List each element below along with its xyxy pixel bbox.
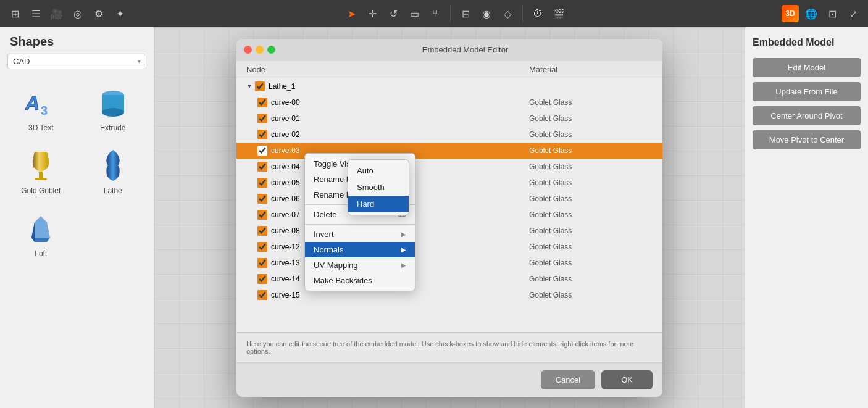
row-checkbox-11[interactable] bbox=[257, 274, 267, 284]
modal-hint: Here you can edit the scene tree of the … bbox=[236, 332, 662, 362]
table-row[interactable]: curve-00 Goblet Glass bbox=[236, 94, 662, 110]
table-row[interactable]: curve-12 Goblet Glass bbox=[236, 239, 662, 255]
row-checkbox-8[interactable] bbox=[257, 226, 267, 236]
shape-item-lathe[interactable]: Lathe bbox=[77, 139, 149, 202]
root-checkbox[interactable] bbox=[255, 81, 265, 91]
3d-cube-icon[interactable]: 3D bbox=[782, 5, 799, 22]
tree-toggle-root[interactable]: ▼ bbox=[246, 83, 254, 90]
node-name-2: curve-02 bbox=[271, 130, 529, 139]
table-row[interactable]: curve-05 Goblet Glass bbox=[236, 175, 662, 191]
sun-icon[interactable]: ✦ bbox=[111, 5, 128, 22]
film-icon[interactable]: 🎬 bbox=[550, 5, 567, 22]
window-maximize-button[interactable] bbox=[267, 46, 275, 54]
ctx-invert[interactable]: Invert ▶ bbox=[305, 227, 415, 242]
material-12: Goblet Glass bbox=[529, 291, 653, 299]
screen-icon[interactable]: ▭ bbox=[406, 5, 423, 22]
table-row[interactable]: curve-15 Goblet Glass bbox=[236, 287, 662, 303]
menu-icon[interactable]: ☰ bbox=[27, 5, 44, 22]
loft-icon bbox=[22, 210, 59, 247]
canvas-area[interactable]: Embedded Model Editor Node Material ▼ La… bbox=[154, 27, 745, 408]
table-row-selected[interactable]: curve-03 Goblet Glass bbox=[236, 143, 662, 159]
table-icon[interactable]: ⊟ bbox=[457, 5, 474, 22]
row-checkbox-10[interactable] bbox=[257, 258, 267, 268]
cursor-icon[interactable]: ➤ bbox=[343, 5, 360, 22]
edit-model-button[interactable]: Edit Model bbox=[753, 58, 861, 77]
submenu-smooth[interactable]: Smooth bbox=[348, 179, 409, 196]
shape-item-goldgoblet[interactable]: Gold Goblet bbox=[5, 139, 77, 202]
table-row[interactable]: curve-07 Goblet Glass bbox=[236, 207, 662, 223]
shape-label-3dtext: 3D Text bbox=[28, 123, 53, 132]
table-row[interactable]: curve-01 Goblet Glass bbox=[236, 110, 662, 127]
toolbar-right: 3D 🌐 ⊡ ⤢ bbox=[782, 5, 862, 22]
row-checkbox-6[interactable] bbox=[257, 194, 267, 204]
ctx-make-backsides[interactable]: Make Backsides bbox=[305, 273, 415, 288]
dropdown-value: CAD bbox=[13, 57, 30, 66]
shape-item-loft[interactable]: Loft bbox=[5, 202, 77, 265]
table-row[interactable]: curve-06 Goblet Glass bbox=[236, 191, 662, 207]
row-checkbox-3[interactable] bbox=[257, 146, 267, 156]
shape-item-3dtext[interactable]: A 3 3D Text bbox=[5, 77, 77, 139]
table-row[interactable]: curve-14 Goblet Glass bbox=[236, 271, 662, 287]
cancel-button[interactable]: Cancel bbox=[541, 370, 595, 389]
svg-point-4 bbox=[102, 108, 124, 117]
gear-icon[interactable]: ⚙ bbox=[90, 5, 107, 22]
node-name-0: curve-00 bbox=[271, 98, 529, 107]
update-from-file-button[interactable]: Update From File bbox=[753, 82, 861, 101]
row-checkbox-7[interactable] bbox=[257, 210, 267, 220]
ok-button[interactable]: OK bbox=[601, 370, 653, 389]
ctx-label-uv: UV Mapping bbox=[314, 260, 358, 270]
compass-icon[interactable]: ◉ bbox=[478, 5, 495, 22]
tree-row-root[interactable]: ▼ Lathe_1 bbox=[236, 78, 662, 94]
material-9: Goblet Glass bbox=[529, 243, 653, 251]
ctx-arrow-normals: ▶ bbox=[401, 246, 406, 253]
row-checkbox-0[interactable] bbox=[257, 98, 267, 107]
window-close-button[interactable] bbox=[244, 46, 252, 54]
target-icon[interactable]: ◎ bbox=[69, 5, 86, 22]
node-name-1: curve-01 bbox=[271, 114, 529, 123]
move-pivot-to-center-button[interactable]: Move Pivot to Center bbox=[753, 130, 861, 149]
ctx-label-backsides: Make Backsides bbox=[314, 276, 372, 285]
table-row[interactable]: curve-04 Goblet Glass bbox=[236, 159, 662, 175]
row-checkbox-12[interactable] bbox=[257, 290, 267, 300]
material-5: Goblet Glass bbox=[529, 178, 653, 187]
shape-item-extrude[interactable]: Extrude bbox=[77, 77, 149, 139]
window-minimize-button[interactable] bbox=[256, 46, 264, 54]
move-icon[interactable]: ✛ bbox=[364, 5, 381, 22]
modal-footer: Cancel OK bbox=[236, 362, 662, 397]
center-around-pivot-button[interactable]: Center Around Pivot bbox=[753, 106, 861, 125]
table-scroll[interactable]: ▼ Lathe_1 curve-00 Goblet Glass bbox=[236, 78, 662, 332]
material-8: Goblet Glass bbox=[529, 227, 653, 235]
column-material: Material bbox=[529, 65, 653, 74]
branch-icon[interactable]: ⑂ bbox=[427, 5, 444, 22]
svg-text:A: A bbox=[25, 92, 40, 114]
toolbar-separator-2 bbox=[522, 5, 523, 22]
globe-icon[interactable]: 🌐 bbox=[803, 5, 820, 22]
diamond-icon[interactable]: ◇ bbox=[499, 5, 516, 22]
window-buttons bbox=[244, 46, 275, 54]
row-checkbox-9[interactable] bbox=[257, 242, 267, 252]
expand-icon[interactable]: ⤢ bbox=[845, 5, 862, 22]
material-1: Goblet Glass bbox=[529, 114, 653, 123]
table-row[interactable]: curve-02 Goblet Glass bbox=[236, 127, 662, 143]
row-checkbox-5[interactable] bbox=[257, 178, 267, 188]
ctx-normals[interactable]: Normals ▶ bbox=[305, 242, 415, 257]
submenu-hard[interactable]: Hard bbox=[348, 196, 409, 212]
modal-title: Embedded Model Editor bbox=[275, 45, 655, 54]
table-header: Node Material bbox=[236, 61, 662, 78]
shape-label-extrude: Extrude bbox=[100, 123, 125, 132]
refresh-icon[interactable]: ↺ bbox=[385, 5, 402, 22]
window-icon[interactable]: ⊡ bbox=[824, 5, 841, 22]
camera-icon[interactable]: 🎥 bbox=[48, 5, 65, 22]
table-row[interactable]: curve-08 Goblet Glass bbox=[236, 223, 662, 239]
grid-icon[interactable]: ⊞ bbox=[6, 5, 23, 22]
svg-text:3: 3 bbox=[41, 104, 48, 117]
clock-icon[interactable]: ⏱ bbox=[529, 5, 546, 22]
row-checkbox-2[interactable] bbox=[257, 130, 267, 139]
row-checkbox-4[interactable] bbox=[257, 162, 267, 172]
cad-dropdown[interactable]: CAD ▾ bbox=[7, 54, 146, 69]
table-row[interactable]: curve-13 Goblet Glass bbox=[236, 255, 662, 271]
shape-label-loft: Loft bbox=[35, 249, 47, 258]
row-checkbox-1[interactable] bbox=[257, 114, 267, 123]
ctx-uv-mapping[interactable]: UV Mapping ▶ bbox=[305, 257, 415, 273]
submenu-auto[interactable]: Auto bbox=[348, 162, 409, 179]
